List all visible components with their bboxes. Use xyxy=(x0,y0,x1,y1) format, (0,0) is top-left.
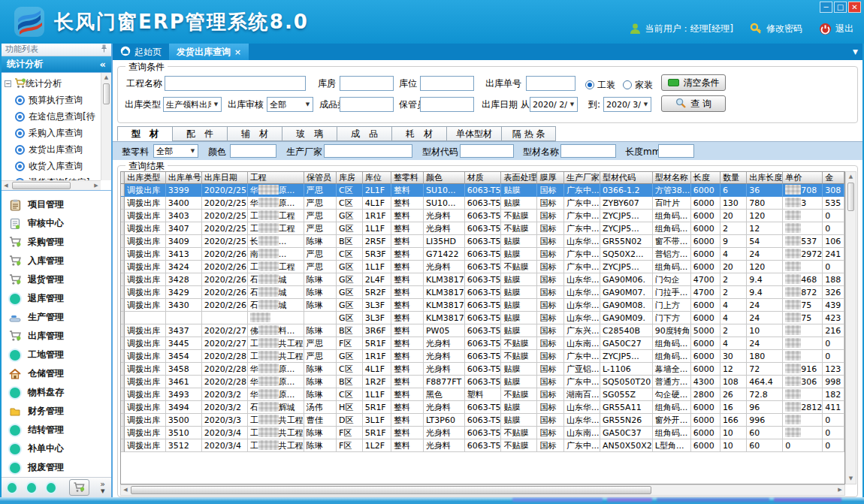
material-tab[interactable]: 玻 璃 xyxy=(282,126,337,141)
sidebar-item[interactable]: 仓储管理 xyxy=(2,364,111,383)
table-row[interactable]: 调拨出库34302020/2/26石城陈琳G区3L3F整料KLM38176063… xyxy=(121,299,844,312)
cart-button[interactable] xyxy=(69,479,90,496)
sidebar-item[interactable]: 入库管理 xyxy=(2,252,111,270)
column-header[interactable]: 出库单号 xyxy=(166,172,202,184)
maximize-button[interactable]: □ xyxy=(834,2,847,13)
sidebar-item[interactable]: 报废管理 xyxy=(2,458,111,477)
sidebar-item[interactable]: 采购管理 xyxy=(2,233,111,252)
tree-item[interactable]: 预算执行查询 xyxy=(5,92,111,108)
close-button[interactable]: ✕ xyxy=(848,2,861,13)
table-row[interactable]: 调拨出库34372020/2/27佛料...陈琳B区3R6F整料PW056063… xyxy=(121,324,844,337)
minimize-button[interactable]: ─ xyxy=(820,2,832,13)
tree-horizontal-scrollbar[interactable]: ◀▶ xyxy=(2,180,101,190)
tree-item[interactable]: 发货出库查询 xyxy=(5,141,111,158)
column-header[interactable]: 出库类型 xyxy=(125,172,165,184)
column-header[interactable]: 金 xyxy=(823,172,844,184)
date-to-picker[interactable]: 2020/ 3/16▼ xyxy=(603,97,651,112)
tree-root[interactable]: − 统计分析 xyxy=(5,75,111,92)
sidebar-item[interactable]: 物料盘存 xyxy=(2,383,111,402)
sidebar-item[interactable]: 工地管理 xyxy=(2,346,111,364)
sidebar-item[interactable]: 结转管理 xyxy=(2,421,111,439)
tab-home[interactable]: 起始页 xyxy=(113,44,169,60)
logout[interactable]: 退出 xyxy=(819,23,853,35)
table-row[interactable]: 调拨出库34072020/2/25工工程严思G区1L1F整料光身料6063-T5… xyxy=(121,222,844,235)
column-header[interactable]: 膜厚 xyxy=(537,172,563,184)
column-header[interactable]: 型材名称 xyxy=(653,172,691,184)
sidebar-item[interactable]: 退货管理 xyxy=(2,270,111,289)
tree-vertical-scrollbar[interactable]: ▲ xyxy=(101,73,111,180)
keeper-input[interactable] xyxy=(420,97,474,112)
location-input[interactable] xyxy=(420,76,474,91)
table-row[interactable]: 调拨出库34292020/2/26石城陈琳G区5R2F整料KLM38176063… xyxy=(121,286,844,299)
table-row[interactable]: 调拨出库34452020/2/27工共工程严思F区5R1F整料光身料6063-T… xyxy=(121,337,844,350)
tree-item[interactable]: 在途信息查询[待 xyxy=(5,108,111,125)
sidebar-item[interactable]: 审核中心 xyxy=(2,214,111,233)
sidebar-item[interactable]: 项目管理 xyxy=(2,195,111,214)
whole-part-select[interactable]: 全部▼ xyxy=(153,144,198,158)
column-header[interactable]: 库房 xyxy=(337,172,363,184)
column-header[interactable]: 数量 xyxy=(721,172,747,184)
sidebar-item[interactable]: 生产管理 xyxy=(2,308,111,327)
table-row[interactable]: 调拨出库34942020/3/2石辉城汤伟H区5R1F整料光身料6063-T5贴… xyxy=(121,401,844,414)
collapse-icon[interactable]: « xyxy=(100,59,106,70)
material-tab[interactable]: 辅 材 xyxy=(227,126,282,141)
color-input[interactable] xyxy=(230,144,276,158)
column-header[interactable]: 材质 xyxy=(465,172,502,184)
column-header[interactable]: 生产厂家 xyxy=(564,172,600,184)
column-header[interactable]: 库位 xyxy=(363,172,391,184)
pin-icon[interactable] xyxy=(101,44,107,55)
table-row[interactable]: 调拨出库34002020/2/25华原...严思C区4L1F整料SU10...6… xyxy=(121,197,844,210)
column-header[interactable]: 工程 xyxy=(248,172,304,184)
tab-shipping-outbound-query[interactable]: 发货出库查询 × xyxy=(169,44,249,60)
column-header[interactable]: 单价 xyxy=(783,172,823,184)
search-button[interactable]: 查 询 xyxy=(661,95,726,112)
tree-item[interactable]: 采购入库查询 xyxy=(5,125,111,141)
table-row[interactable]: 调拨出库34282020/2/26石城陈琳G区2L4F整料KLM38176063… xyxy=(121,273,844,286)
table-row[interactable]: 调拨出库34132020/2/26南...严思C区5R3F整料G71422606… xyxy=(121,248,844,261)
audit-select[interactable]: 全部▼ xyxy=(267,97,313,112)
order-no-input[interactable] xyxy=(526,76,575,91)
column-header[interactable]: 型材代码 xyxy=(600,172,653,184)
table-row[interactable]: 调拨出库34932020/3/2华原...陈琳C区1L1F整料黑色塑料不贴膜国标… xyxy=(121,388,844,401)
warehouse-input[interactable] xyxy=(340,76,394,91)
column-header[interactable]: 颜色 xyxy=(424,172,465,184)
clear-conditions-button[interactable]: 清空条件 xyxy=(661,74,726,91)
chevron-more-icon[interactable]: »▾ xyxy=(100,481,105,494)
dot-icon[interactable] xyxy=(27,483,36,493)
product-type-input[interactable] xyxy=(340,97,394,112)
tree-expand-icon[interactable]: − xyxy=(5,80,11,87)
radio-gongzhuang[interactable]: 工装 xyxy=(585,77,615,92)
table-row[interactable]: 调拨出库35122020/3/4工共工程陈琳F区1L2F整料光身料6063-T5… xyxy=(121,439,844,452)
material-tab[interactable]: 耗 材 xyxy=(391,126,446,141)
out-type-select[interactable]: 生产领料出库▼ xyxy=(163,97,222,112)
table-row[interactable]: 调拨出库35102020/3/4工共工程陈琳F区5R1F整料光身料6063-T5… xyxy=(121,427,844,439)
column-header[interactable]: 表面处理 xyxy=(501,172,537,184)
column-header[interactable]: 保管员 xyxy=(304,172,337,184)
sidebar-item[interactable]: 补单中心 xyxy=(2,439,111,458)
material-tab[interactable]: 单体型材 xyxy=(446,126,501,141)
table-row[interactable]: 调拨出库34542020/2/28工共工程严思G区1R1F整料光身料6063-T… xyxy=(121,350,844,363)
sidebar-item[interactable]: 出库管理 xyxy=(2,327,111,346)
column-header[interactable]: 整零料 xyxy=(391,172,424,184)
material-tab[interactable]: 配 件 xyxy=(172,126,227,141)
length-input[interactable] xyxy=(658,144,694,158)
grid-horizontal-scrollbar[interactable]: ◀▶ xyxy=(120,484,845,496)
column-header[interactable]: 出库日期 xyxy=(202,172,248,184)
table-row[interactable]: 调拨出库34612020/2/28华原...陈琳B区1R2F整料F8877FT6… xyxy=(121,376,844,388)
sidebar-item[interactable]: 财务管理 xyxy=(2,402,111,421)
table-row[interactable]: 调拨出库34582020/2/28华原...陈琳C区4L1F整料光身料6063-… xyxy=(121,363,844,376)
table-row[interactable]: 调拨出库34242020/2/26工工程严思G区1L1F整料光身料6063-T5… xyxy=(121,261,844,273)
sidebar-item[interactable]: 退库管理 xyxy=(2,289,111,308)
material-tab[interactable]: 隔 热 条 xyxy=(501,126,556,141)
dot-icon[interactable] xyxy=(8,483,17,493)
dot-icon[interactable] xyxy=(47,483,56,493)
table-row[interactable]: 调拨出库34032020/2/25工工程严思G区1R1F整料光身料6063-T5… xyxy=(121,210,844,222)
tab-overflow-icon[interactable]: ▼ xyxy=(853,48,858,56)
material-tab[interactable]: 型 材 xyxy=(117,126,172,141)
project-name-input[interactable] xyxy=(165,76,306,91)
column-header[interactable]: 长度 xyxy=(691,172,721,184)
sidebar-section-header[interactable]: 统计分析 « xyxy=(2,56,111,73)
material-tab[interactable]: 成 品 xyxy=(337,126,391,141)
grid-vertical-scrollbar[interactable]: ▲ ▼ xyxy=(845,171,856,484)
table-row[interactable]: 调拨出库34092020/2/25长...陈琳B区2R5F整料LI35HD606… xyxy=(121,235,844,248)
